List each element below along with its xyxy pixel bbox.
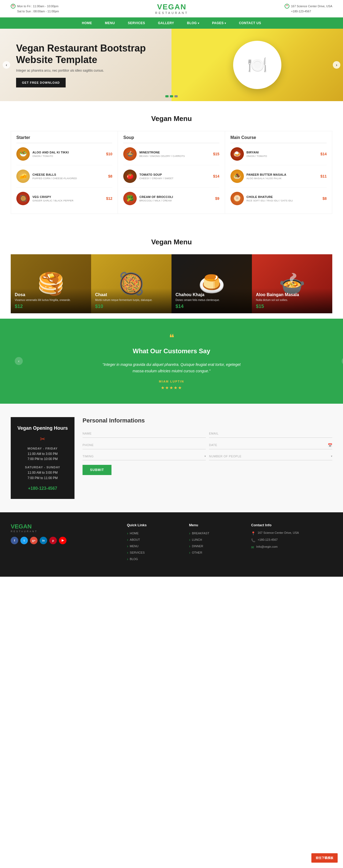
featured-card-aloo: 🍲 Aloo Baingan Masala Nulla dictum sol s…: [252, 254, 332, 313]
footer-link-breakfast[interactable]: BREAKFAST: [189, 531, 243, 535]
footer-link-menu[interactable]: MENU: [127, 544, 181, 548]
main-nav: HOME MENU SERVICES GALLERY BLOG PAGES CO…: [0, 18, 343, 29]
menu-item-image: 🥘: [16, 192, 30, 205]
oh-icon: ✂: [18, 435, 68, 443]
nav-home[interactable]: HOME: [75, 18, 99, 29]
menu-col-soup: Soup 🍲 MINESTRONE BEANS / ONIONS CELERY …: [118, 131, 225, 214]
menu-item-image: 🫓: [231, 192, 244, 205]
footer-link-dinner[interactable]: DINNER: [189, 544, 243, 548]
nav-menu[interactable]: MENU: [99, 18, 122, 29]
logo-restaurant: RESTAURANT: [155, 11, 188, 14]
menu-item: 🍅 TOMATO SOUP CHEESY / CREAMY / SWEET $1…: [123, 169, 219, 187]
footer: VEGAN RESTAURANT f t g+ in p ▶ Quick Lin…: [0, 512, 343, 577]
menu-item: 🥘 VEG CRISPY GINGER GARLIC / BLACK PEPPE…: [16, 192, 112, 210]
hero-prev-button[interactable]: ‹: [3, 61, 10, 69]
menu-item-name: CREAM OF BROCCOLI: [139, 195, 212, 198]
menu-item-desc: PUFFED CORN / CHEESE-FLAVORED: [32, 177, 106, 180]
top-bar-contact: 📍 167 Science Center Drive, USA +180-123…: [284, 4, 332, 14]
menu-item-info: MINESTRONE BEANS / ONIONS CELERY / CARRO…: [139, 151, 210, 157]
hero-next-button[interactable]: ›: [333, 61, 340, 69]
nav-services[interactable]: SERVICES: [122, 18, 151, 29]
quick-links-title: Quick Links: [127, 523, 181, 527]
testimonial-title: What Our Customers Say: [11, 347, 332, 355]
menu-section: Vegan Menu Starter 🥗 ALOO AND DAL KI TIK…: [0, 101, 343, 227]
footer-link-other[interactable]: OTHER: [189, 550, 243, 555]
main-course-title: Main Course: [231, 135, 327, 143]
oh-title: Vegan Opening Hours: [18, 425, 68, 431]
hours-line1: Mon to Fri : 11:00am - 10:00pm: [17, 4, 59, 8]
footer-link-blog[interactable]: BLOG: [127, 557, 181, 561]
hero-download-button[interactable]: GET FREE DOWNLOAD: [16, 78, 66, 88]
location-icon: 📍: [284, 4, 289, 8]
menu-item-image: 🧀: [16, 169, 30, 183]
footer-logo-vegan: VEGAN: [11, 523, 119, 530]
pi-form: 📅 TIMING LUNCH DINNER ▾ NUMBER OF PEOPLE…: [82, 429, 332, 475]
facebook-button[interactable]: f: [11, 537, 18, 544]
google-plus-button[interactable]: g+: [30, 537, 37, 544]
footer-quick-links: Quick Links HOME ABOUT MENU SERVICES BLO…: [127, 523, 181, 563]
phone-icon: 📞: [251, 538, 255, 542]
menu-item-image: 🍛: [231, 147, 244, 161]
menu-item-info: CHOLE BHATURE RICE SOFT IDLI / RAGI IDLI…: [246, 195, 320, 202]
footer-brand: VEGAN RESTAURANT f t g+ in p ▶: [11, 523, 119, 563]
testimonial-quote: "Integer in magna gravida dui aliquet ph…: [97, 362, 246, 374]
nav-pages[interactable]: PAGES: [206, 18, 232, 29]
nav-blog[interactable]: BLOG: [181, 18, 206, 29]
featured-card-chahou: 🍮 Chahou Khaja Donec ornare felis metus …: [172, 254, 252, 313]
menu-item-name: TOMATO SOUP: [139, 173, 210, 176]
footer-logo[interactable]: VEGAN RESTAURANT: [11, 523, 119, 533]
menu-item-name: VEG CRISPY: [32, 195, 103, 198]
footer-link-about[interactable]: ABOUT: [127, 537, 181, 542]
oh-time-2a: 11:00 AM to 3:00 PM: [18, 470, 68, 475]
booking-section: Vegan Opening Hours ✂ MONDAY - FRIDAY 11…: [0, 404, 343, 512]
menu-item-price: $14: [213, 174, 219, 178]
contact-address: 167 Science Center Drive, USA: [291, 4, 332, 8]
menu-item: 🍛 BIRYANI ONION / TOMATO $14: [231, 147, 327, 165]
card-overlay: Chaat Morbi rutrum neque fermentum turpi…: [91, 288, 172, 313]
submit-button[interactable]: SUBMIT: [82, 465, 111, 475]
nav-gallery[interactable]: GALLERY: [151, 18, 180, 29]
menu-item-image: 🍅: [123, 169, 137, 183]
footer-address-text: 167 Science Center Drive, USA: [258, 531, 299, 534]
timing-select[interactable]: TIMING LUNCH DINNER: [82, 453, 206, 460]
pinterest-button[interactable]: p: [49, 537, 57, 544]
card-desc: Nulla dictum sol sol sollies.: [256, 299, 328, 302]
menu-item-desc: ONION / TOMATO: [32, 155, 103, 157]
card-price: $10: [95, 304, 168, 309]
twitter-button[interactable]: t: [21, 537, 28, 544]
featured-menu-section: Vegan Menu 🥞 Dosa Vivamus venenatis lili…: [0, 227, 343, 319]
footer-link-services[interactable]: SERVICES: [127, 550, 181, 555]
footer-grid: VEGAN RESTAURANT f t g+ in p ▶ Quick Lin…: [11, 523, 332, 563]
date-input[interactable]: [209, 441, 332, 449]
phone-field-wrapper: [82, 441, 206, 449]
menu-item-price: $8: [322, 196, 327, 200]
testimonial-next-button[interactable]: ›: [342, 357, 343, 365]
menu-item: 🥦 CREAM OF BROCCOLI BROCCOLI / MILK / CR…: [123, 192, 219, 210]
oh-time-1b: 7:00 PM to 10:00 PM: [18, 457, 68, 462]
contact-phone: +180-123-4567: [291, 9, 332, 14]
phone-input[interactable]: [82, 441, 206, 449]
email-input[interactable]: [209, 429, 332, 438]
menu-item-desc: ALOO MASALA / ALOO PALAK: [246, 177, 318, 180]
dropdown-icon: ▾: [331, 455, 332, 458]
menu-item-price: $14: [320, 152, 327, 156]
location-icon: 📍: [251, 531, 255, 535]
linkedin-button[interactable]: in: [40, 537, 47, 544]
testimonial-prev-button[interactable]: ‹: [15, 357, 23, 365]
menu-item-info: ALOO AND DAL KI TIKKI ONION / TOMATO: [32, 151, 103, 157]
youtube-button[interactable]: ▶: [59, 537, 66, 544]
menu-item-desc: BROCCOLI / MILK / CREAM: [139, 199, 212, 202]
oh-day-2: SATURDAY - SUNDAY: [18, 466, 68, 469]
name-input[interactable]: [82, 429, 206, 438]
timing-field-wrapper: TIMING LUNCH DINNER ▾: [82, 453, 206, 460]
menu-item-price: $11: [320, 174, 327, 178]
footer-link-home[interactable]: HOME: [127, 531, 181, 535]
people-select[interactable]: NUMBER OF PEOPLE 1 2 3+: [209, 453, 332, 460]
nav-contact[interactable]: CONTACT US: [233, 18, 268, 29]
footer-link-lunch[interactable]: LUNCH: [189, 537, 243, 542]
dropdown-icon: ▾: [204, 455, 206, 458]
footer-logo-restaurant: RESTAURANT: [11, 530, 119, 533]
logo[interactable]: VEGAN RESTAURANT: [155, 3, 188, 14]
submit-wrapper: SUBMIT: [82, 464, 332, 475]
pi-title: Personal Informations: [82, 417, 332, 424]
